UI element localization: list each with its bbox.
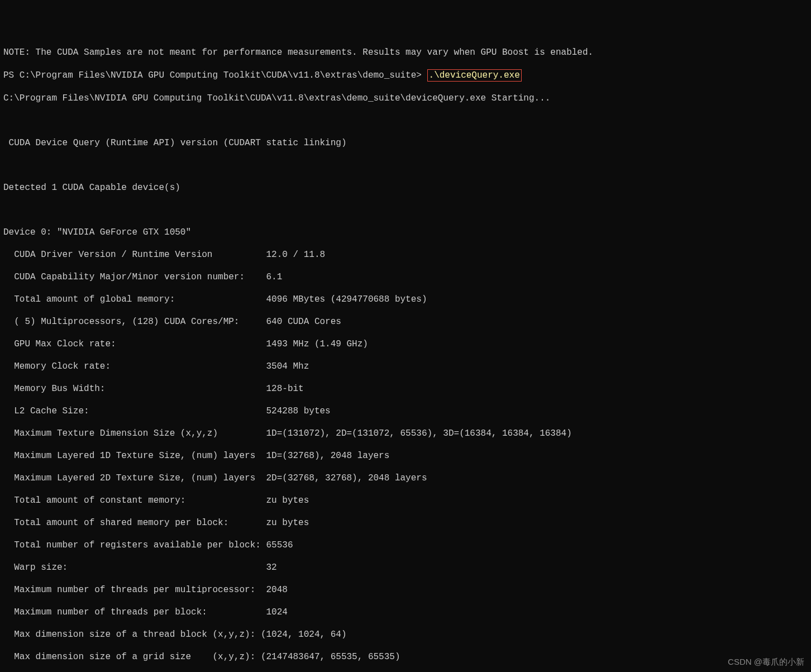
property-line: Memory Clock rate: 3504 Mhz [3,361,808,372]
note-line: NOTE: The CUDA Samples are not meant for… [3,47,808,58]
blank-line [3,204,808,216]
property-line: Max dimension size of a grid size (x,y,z… [3,651,808,663]
property-line: Memory Bus Width: 128-bit [3,383,808,394]
property-line: Maximum number of threads per block: 102… [3,607,808,618]
starting-line: C:\Program Files\NVIDIA GPU Computing To… [3,93,808,104]
property-line: GPU Max Clock rate: 1493 MHz (1.49 GHz) [3,339,808,350]
blank-line [3,115,808,126]
prompt-prefix: PS C:\Program Files\NVIDIA GPU Computing… [3,70,427,80]
watermark: CSDN @毒爪的小新 [728,657,804,668]
property-line: L2 Cache Size: 524288 bytes [3,406,808,417]
property-line: CUDA Capability Major/Minor version numb… [3,271,808,283]
device-line: Device 0: "NVIDIA GeForce GTX 1050" [3,227,808,238]
property-line: CUDA Driver Version / Runtime Version 12… [3,249,808,260]
property-line: Total amount of shared memory per block:… [3,517,808,528]
blank-line [3,160,808,171]
property-line: Maximum number of threads per multiproce… [3,584,808,595]
prompt-line-1[interactable]: PS C:\Program Files\NVIDIA GPU Computing… [3,69,808,82]
property-line: Max dimension size of a thread block (x,… [3,629,808,640]
property-line: Total amount of global memory: 4096 MByt… [3,294,808,305]
property-line: Maximum Texture Dimension Size (x,y,z) 1… [3,428,808,439]
property-line: Maximum Layered 1D Texture Size, (num) l… [3,450,808,461]
property-line: Warp size: 32 [3,562,808,573]
command-text: .\deviceQuery.exe [429,70,520,80]
header-line: CUDA Device Query (Runtime API) version … [3,137,808,149]
property-line: ( 5) Multiprocessors, (128) CUDA Cores/M… [3,316,808,327]
property-line: Total amount of constant memory: zu byte… [3,495,808,506]
property-line: Total number of registers available per … [3,540,808,551]
command-highlight: .\deviceQuery.exe [427,69,522,82]
detected-line: Detected 1 CUDA Capable device(s) [3,182,808,193]
property-line: Maximum Layered 2D Texture Size, (num) l… [3,473,808,484]
